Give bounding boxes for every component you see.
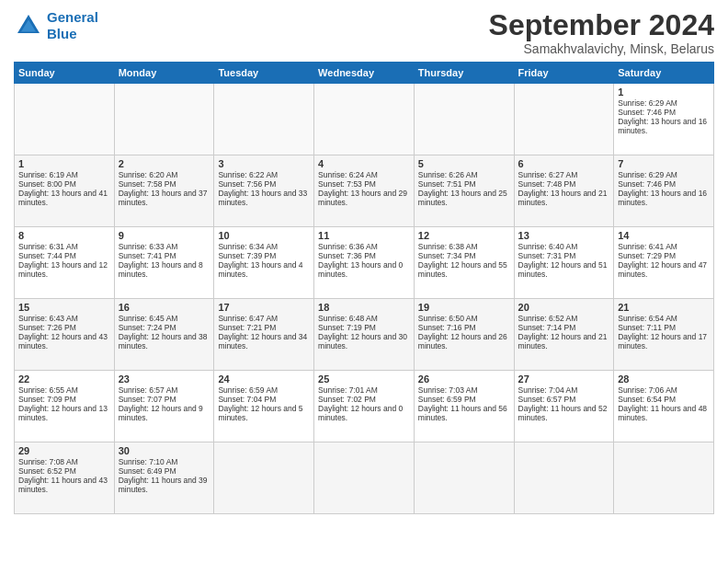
daylight: Daylight: 13 hours and 4 minutes. xyxy=(218,260,302,279)
sunrise: Sunrise: 7:08 AM xyxy=(18,457,78,466)
calendar-cell: 10 Sunrise: 6:34 AM Sunset: 7:39 PM Dayl… xyxy=(214,227,314,299)
sunrise: Sunrise: 6:55 AM xyxy=(18,385,78,395)
sunset: Sunset: 7:39 PM xyxy=(218,251,276,260)
day-number: 1 xyxy=(618,86,710,98)
header-monday: Monday xyxy=(114,63,214,84)
daylight: Daylight: 11 hours and 43 minutes. xyxy=(18,476,108,494)
calendar-cell xyxy=(414,442,514,514)
sunrise: Sunrise: 6:29 AM xyxy=(618,170,677,179)
sunset: Sunset: 7:31 PM xyxy=(518,251,576,260)
sunset: Sunset: 7:46 PM xyxy=(618,108,676,117)
calendar-cell: 26 Sunrise: 7:03 AM Sunset: 6:59 PM Dayl… xyxy=(414,371,514,442)
logo-line1: General xyxy=(47,9,98,25)
calendar-cell: 16 Sunrise: 6:45 AM Sunset: 7:24 PM Dayl… xyxy=(114,299,214,371)
header-wednesday: Wednesday xyxy=(314,63,415,84)
calendar-cell xyxy=(414,84,514,155)
calendar-cell: 7 Sunrise: 6:29 AM Sunset: 7:46 PM Dayli… xyxy=(614,155,714,227)
calendar-cell: 27 Sunrise: 7:04 AM Sunset: 6:57 PM Dayl… xyxy=(514,371,614,442)
sunset: Sunset: 7:11 PM xyxy=(618,323,676,332)
logo-icon xyxy=(14,11,43,40)
sunrise: Sunrise: 6:34 AM xyxy=(218,242,278,251)
daylight: Daylight: 11 hours and 39 minutes. xyxy=(119,476,208,494)
daylight: Daylight: 13 hours and 25 minutes. xyxy=(418,189,507,207)
daylight: Daylight: 13 hours and 33 minutes. xyxy=(218,189,307,207)
calendar-cell: 13 Sunrise: 6:40 AM Sunset: 7:31 PM Dayl… xyxy=(514,227,614,299)
sunset: Sunset: 8:00 PM xyxy=(18,179,76,189)
daylight: Daylight: 13 hours and 8 minutes. xyxy=(119,260,203,279)
daylight: Daylight: 12 hours and 13 minutes. xyxy=(18,404,108,422)
sunrise: Sunrise: 6:22 AM xyxy=(218,170,278,179)
daylight: Daylight: 13 hours and 16 minutes. xyxy=(618,189,707,207)
header-thursday: Thursday xyxy=(414,63,514,84)
day-number: 15 xyxy=(18,302,110,313)
calendar-cell: 9 Sunrise: 6:33 AM Sunset: 7:41 PM Dayli… xyxy=(114,227,214,299)
title-block: September 2024 Samakhvalavichy, Minsk, B… xyxy=(489,9,714,56)
sunset: Sunset: 7:46 PM xyxy=(618,179,676,189)
logo-text: General Blue xyxy=(47,9,98,42)
sunset: Sunset: 7:48 PM xyxy=(518,179,576,189)
daylight: Daylight: 13 hours and 29 minutes. xyxy=(318,189,407,207)
daylight: Daylight: 11 hours and 52 minutes. xyxy=(518,404,608,422)
header-saturday: Saturday xyxy=(614,63,714,84)
daylight: Daylight: 12 hours and 34 minutes. xyxy=(218,332,307,350)
calendar-week-2: 8 Sunrise: 6:31 AM Sunset: 7:44 PM Dayli… xyxy=(15,227,714,299)
calendar-cell xyxy=(514,84,614,155)
calendar-cell: 18 Sunrise: 6:48 AM Sunset: 7:19 PM Dayl… xyxy=(314,299,415,371)
sunrise: Sunrise: 7:01 AM xyxy=(318,385,378,395)
daylight: Daylight: 12 hours and 30 minutes. xyxy=(318,332,407,350)
day-number: 13 xyxy=(518,230,610,241)
daylight: Daylight: 13 hours and 0 minutes. xyxy=(318,260,403,279)
day-number: 8 xyxy=(18,230,110,241)
sunrise: Sunrise: 6:59 AM xyxy=(218,385,278,395)
calendar-cell: 20 Sunrise: 6:52 AM Sunset: 7:14 PM Dayl… xyxy=(514,299,614,371)
calendar-cell: 15 Sunrise: 6:43 AM Sunset: 7:26 PM Dayl… xyxy=(15,299,115,371)
sunset: Sunset: 7:41 PM xyxy=(119,251,176,260)
daylight: Daylight: 13 hours and 41 minutes. xyxy=(18,189,108,207)
logo: General Blue xyxy=(14,9,98,42)
sunrise: Sunrise: 6:41 AM xyxy=(618,242,677,251)
sunrise: Sunrise: 6:50 AM xyxy=(418,314,478,323)
sunset: Sunset: 6:54 PM xyxy=(618,395,676,404)
sunset: Sunset: 6:57 PM xyxy=(518,395,576,404)
calendar-week-1: 1 Sunrise: 6:19 AM Sunset: 8:00 PM Dayli… xyxy=(15,155,714,227)
day-number: 27 xyxy=(518,373,610,385)
calendar-cell: 24 Sunrise: 6:59 AM Sunset: 7:04 PM Dayl… xyxy=(214,371,314,442)
calendar-week-5: 29 Sunrise: 7:08 AM Sunset: 6:52 PM Dayl… xyxy=(15,442,714,514)
calendar-cell: 1 Sunrise: 6:19 AM Sunset: 8:00 PM Dayli… xyxy=(15,155,115,227)
calendar-cell xyxy=(15,84,115,155)
day-number: 6 xyxy=(518,158,610,169)
page-container: General Blue September 2024 Samakhvalavi… xyxy=(0,0,728,523)
day-number: 5 xyxy=(418,158,510,169)
daylight: Daylight: 12 hours and 9 minutes. xyxy=(119,404,203,422)
calendar-week-4: 22 Sunrise: 6:55 AM Sunset: 7:09 PM Dayl… xyxy=(15,371,714,442)
daylight: Daylight: 12 hours and 55 minutes. xyxy=(418,260,507,279)
sunrise: Sunrise: 6:43 AM xyxy=(18,314,78,323)
sunrise: Sunrise: 6:29 AM xyxy=(618,98,677,108)
sunrise: Sunrise: 6:47 AM xyxy=(218,314,278,323)
sunrise: Sunrise: 6:48 AM xyxy=(318,314,378,323)
sunset: Sunset: 7:19 PM xyxy=(318,323,376,332)
daylight: Daylight: 13 hours and 37 minutes. xyxy=(119,189,208,207)
sunset: Sunset: 7:34 PM xyxy=(418,251,476,260)
day-number: 20 xyxy=(518,302,610,313)
sunrise: Sunrise: 6:24 AM xyxy=(318,170,378,179)
daylight: Daylight: 12 hours and 26 minutes. xyxy=(418,332,507,350)
sunrise: Sunrise: 6:54 AM xyxy=(618,314,677,323)
calendar-week-3: 15 Sunrise: 6:43 AM Sunset: 7:26 PM Dayl… xyxy=(15,299,714,371)
day-number: 12 xyxy=(418,230,510,241)
sunrise: Sunrise: 6:38 AM xyxy=(418,242,478,251)
sunset: Sunset: 7:16 PM xyxy=(418,323,476,332)
calendar-cell: 6 Sunrise: 6:27 AM Sunset: 7:48 PM Dayli… xyxy=(514,155,614,227)
day-number: 30 xyxy=(119,445,210,456)
sunrise: Sunrise: 6:52 AM xyxy=(518,314,578,323)
daylight: Daylight: 12 hours and 17 minutes. xyxy=(618,332,707,350)
calendar-cell: 22 Sunrise: 6:55 AM Sunset: 7:09 PM Dayl… xyxy=(15,371,115,442)
sunset: Sunset: 7:36 PM xyxy=(318,251,376,260)
sunset: Sunset: 6:52 PM xyxy=(18,466,76,476)
sunset: Sunset: 7:24 PM xyxy=(119,323,176,332)
location-subtitle: Samakhvalavichy, Minsk, Belarus xyxy=(489,41,714,56)
header-friday: Friday xyxy=(514,63,614,84)
sunrise: Sunrise: 6:40 AM xyxy=(518,242,578,251)
day-number: 17 xyxy=(218,302,310,313)
sunrise: Sunrise: 6:36 AM xyxy=(318,242,378,251)
